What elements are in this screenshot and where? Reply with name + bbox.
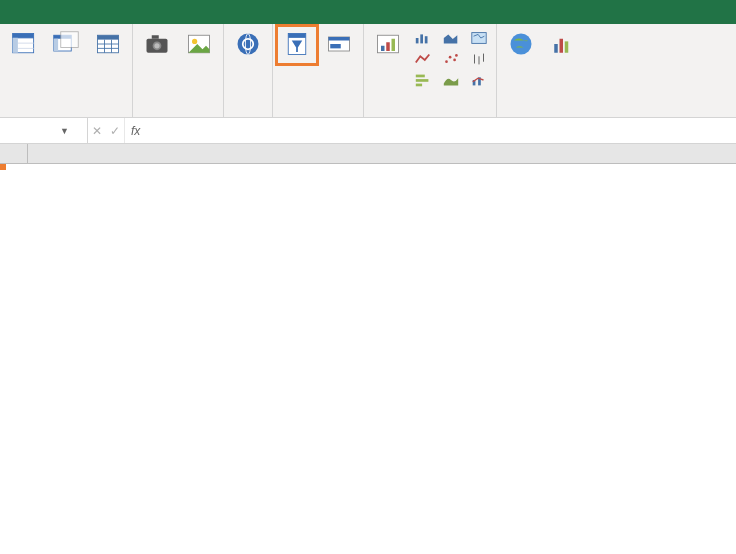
svg-rect-31 bbox=[386, 42, 390, 51]
svg-rect-35 bbox=[425, 36, 428, 43]
svg-rect-19 bbox=[152, 35, 159, 39]
cancel-formula-icon[interactable]: ✕ bbox=[92, 124, 102, 138]
pivotchart-icon bbox=[547, 28, 579, 60]
svg-rect-30 bbox=[381, 46, 385, 51]
pivotchart-button[interactable] bbox=[543, 26, 583, 64]
group-tables bbox=[0, 24, 133, 117]
svg-point-18 bbox=[154, 43, 159, 48]
recommended-charts-button[interactable] bbox=[368, 26, 408, 64]
group-label-newgroup bbox=[137, 112, 219, 117]
svg-rect-52 bbox=[565, 41, 569, 52]
svg-rect-38 bbox=[416, 84, 422, 87]
svg-rect-1 bbox=[13, 34, 34, 38]
chart-types-col3 bbox=[466, 26, 492, 90]
group-newgroup bbox=[133, 24, 224, 117]
link-button[interactable] bbox=[228, 26, 268, 64]
map-chart-icon[interactable] bbox=[466, 28, 492, 48]
svg-rect-2 bbox=[13, 38, 18, 53]
name-box[interactable]: ▼ bbox=[0, 118, 88, 143]
group-maps bbox=[497, 24, 587, 117]
link-icon bbox=[232, 28, 264, 60]
camera-icon bbox=[141, 28, 173, 60]
svg-point-40 bbox=[449, 56, 452, 59]
tab-bar bbox=[0, 0, 736, 24]
group-filters bbox=[273, 24, 364, 117]
svg-rect-25 bbox=[288, 34, 306, 38]
chart-types-col1 bbox=[410, 26, 436, 90]
line-chart-icon[interactable] bbox=[410, 49, 436, 69]
slicer-icon bbox=[281, 28, 313, 60]
table-button[interactable] bbox=[88, 26, 128, 64]
svg-point-22 bbox=[238, 34, 259, 55]
bar-chart-icon[interactable] bbox=[410, 70, 436, 90]
group-label-links bbox=[228, 112, 268, 117]
svg-point-49 bbox=[511, 34, 532, 55]
ribbon bbox=[0, 24, 736, 118]
svg-point-21 bbox=[192, 39, 197, 44]
recommended-pivottables-icon bbox=[50, 28, 82, 60]
svg-rect-37 bbox=[416, 79, 429, 82]
svg-rect-32 bbox=[392, 39, 396, 51]
surface-chart-icon[interactable] bbox=[438, 70, 464, 90]
svg-rect-34 bbox=[420, 34, 423, 43]
svg-rect-43 bbox=[472, 33, 486, 44]
selected-cell-highlight bbox=[0, 164, 6, 170]
combo-chart-icon[interactable] bbox=[466, 70, 492, 90]
column-chart-icon[interactable] bbox=[410, 28, 436, 48]
spreadsheet-grid[interactable] bbox=[0, 144, 736, 164]
chart-types-col2 bbox=[438, 26, 464, 90]
svg-rect-50 bbox=[554, 44, 558, 53]
scatter-chart-icon[interactable] bbox=[438, 49, 464, 69]
group-charts bbox=[364, 24, 497, 117]
fx-icon[interactable]: fx bbox=[125, 118, 146, 143]
camera-button[interactable] bbox=[137, 26, 177, 64]
svg-rect-9 bbox=[54, 39, 58, 51]
svg-point-42 bbox=[455, 54, 458, 57]
area-chart-icon[interactable] bbox=[438, 28, 464, 48]
picture-icon bbox=[183, 28, 215, 60]
name-box-dropdown-icon[interactable]: ▼ bbox=[60, 126, 69, 136]
maps-button[interactable] bbox=[501, 26, 541, 64]
svg-point-41 bbox=[453, 59, 456, 62]
this-device-button[interactable] bbox=[179, 26, 219, 64]
svg-rect-8 bbox=[61, 32, 79, 48]
recommended-pivottables-button[interactable] bbox=[46, 26, 86, 64]
maps-icon bbox=[505, 28, 537, 60]
select-all-corner[interactable] bbox=[0, 144, 28, 163]
slicer-button[interactable] bbox=[277, 26, 317, 64]
svg-rect-36 bbox=[416, 75, 425, 78]
svg-rect-51 bbox=[560, 39, 564, 53]
enter-formula-icon[interactable]: ✓ bbox=[110, 124, 120, 138]
table-icon bbox=[92, 28, 124, 60]
pivottable-button[interactable] bbox=[4, 26, 44, 64]
svg-rect-33 bbox=[416, 38, 419, 43]
group-label-filters bbox=[277, 112, 359, 117]
pivottable-icon bbox=[8, 28, 40, 60]
name-box-input[interactable] bbox=[4, 124, 56, 138]
timeline-button[interactable] bbox=[319, 26, 359, 64]
svg-rect-27 bbox=[329, 37, 350, 41]
group-links bbox=[224, 24, 273, 117]
formula-bar: ▼ ✕ ✓ fx bbox=[0, 118, 736, 144]
svg-rect-28 bbox=[330, 44, 341, 48]
svg-point-39 bbox=[445, 60, 448, 63]
group-label-charts bbox=[368, 112, 492, 117]
timeline-icon bbox=[323, 28, 355, 60]
svg-rect-11 bbox=[98, 35, 119, 39]
recommended-charts-icon bbox=[372, 28, 404, 60]
stock-chart-icon[interactable] bbox=[466, 49, 492, 69]
group-label-tables bbox=[4, 112, 128, 117]
formula-input[interactable] bbox=[146, 118, 736, 143]
